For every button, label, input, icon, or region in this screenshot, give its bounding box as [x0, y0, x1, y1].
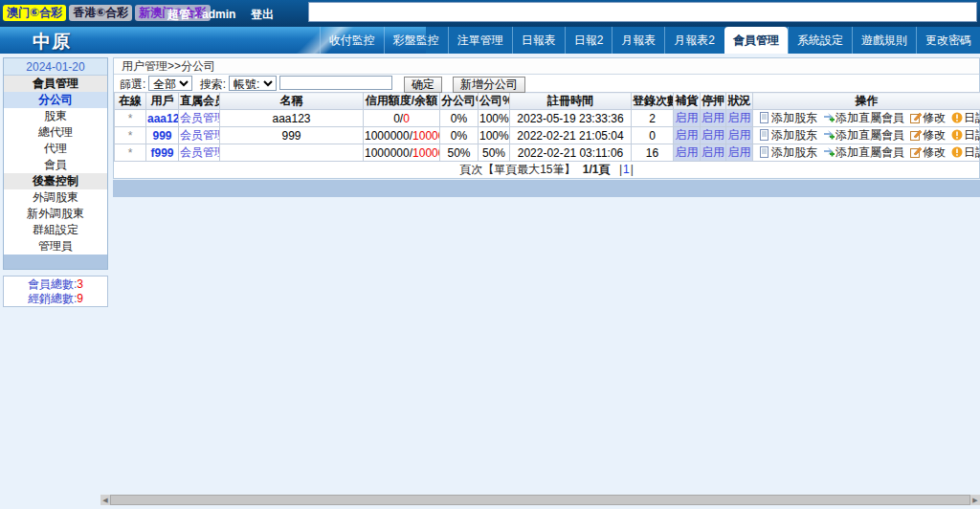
- stop-bet-toggle[interactable]: 启用: [702, 128, 724, 142]
- pagination-page-link[interactable]: 1: [623, 163, 630, 176]
- cell-branch-pct: 0%: [440, 110, 479, 127]
- direct-member-link[interactable]: 会员管理: [180, 128, 220, 142]
- sidebar-item[interactable]: 股東: [4, 108, 107, 124]
- balance-value: 100000: [412, 129, 439, 143]
- nav-tab[interactable]: 彩盤監控: [384, 27, 448, 54]
- restock-toggle[interactable]: 启用: [676, 111, 699, 124]
- search-type-select[interactable]: 帳號:: [229, 76, 277, 91]
- nav-tab[interactable]: 系統設定: [788, 27, 852, 54]
- action-link[interactable]: 修改: [910, 145, 946, 159]
- column-header: 補貨: [674, 93, 701, 110]
- status-toggle[interactable]: 启用: [728, 145, 751, 159]
- scroll-left-arrow-icon[interactable]: ◀: [100, 495, 110, 505]
- restock-toggle[interactable]: 启用: [676, 128, 699, 142]
- nav-bar: 中原 收付監控彩盤監控注單管理日報表日報2月報表月報表2會員管理系統設定遊戲規則…: [0, 27, 980, 54]
- member-total-label: 會員總數:: [28, 277, 77, 291]
- action-link[interactable]: 添加股东: [759, 128, 817, 142]
- steel-bar: [113, 180, 980, 197]
- cell-user: aaa123: [146, 110, 179, 127]
- direct-member-link[interactable]: 会员管理: [180, 111, 220, 124]
- nav-tab[interactable]: 月報表2: [664, 27, 724, 54]
- search-input[interactable]: [279, 76, 392, 90]
- logout-link[interactable]: 登出: [251, 7, 274, 23]
- cell-status: 启用: [726, 144, 753, 162]
- action-link[interactable]: 日誌: [951, 145, 980, 159]
- action-link[interactable]: 添加直屬會員: [823, 111, 904, 124]
- column-header: 在線: [115, 93, 146, 110]
- sidebar-item[interactable]: 新外調股東: [4, 206, 107, 222]
- filter-select[interactable]: 全部: [148, 76, 192, 91]
- sidebar-item[interactable]: 代理: [4, 141, 107, 157]
- nav-tab[interactable]: 月報表: [612, 27, 664, 54]
- nav-tab[interactable]: 更改密碼: [916, 27, 980, 54]
- add-shareholder-icon: [759, 129, 770, 141]
- status-toggle[interactable]: 启用: [728, 111, 751, 124]
- cell-stop-bet: 启用: [701, 127, 726, 144]
- cell-credit-balance: 1000000/100000: [364, 127, 440, 144]
- scroll-right-arrow-icon[interactable]: ▶: [970, 495, 980, 505]
- user-link[interactable]: f999: [150, 146, 173, 160]
- add-branch-button[interactable]: 新增分公司: [453, 77, 525, 93]
- sidebar-item[interactable]: 管理員: [4, 238, 107, 254]
- cell-restock: 启用: [674, 110, 701, 127]
- stop-bet-toggle[interactable]: 启用: [702, 111, 724, 124]
- horizontal-scrollbar[interactable]: ◀ ▶: [100, 495, 980, 505]
- column-header: 停押: [701, 93, 726, 110]
- sidebar-item[interactable]: 會員: [4, 157, 107, 173]
- sidebar-item[interactable]: 分公司: [4, 92, 107, 108]
- nav-tab[interactable]: 日報2: [565, 27, 612, 54]
- nav-tab[interactable]: 收付監控: [320, 27, 384, 54]
- nav-tab[interactable]: 會員管理: [724, 27, 788, 54]
- sidebar-menu: 2024-01-20 會員管理分公司股東總代理代理會員後臺控制外調股東新外調股東…: [3, 57, 108, 270]
- edit-icon: [910, 129, 922, 141]
- sidebar-item[interactable]: 群組設定: [4, 222, 107, 238]
- stop-bet-toggle[interactable]: 启用: [702, 145, 724, 159]
- add-shareholder-icon: [759, 146, 770, 158]
- cell-restock: 启用: [674, 127, 701, 144]
- credit-value: 1000000: [365, 146, 410, 160]
- action-link[interactable]: 添加直屬會員: [823, 145, 904, 159]
- cell-status: 启用: [726, 110, 753, 127]
- cell-user: 999: [146, 127, 179, 144]
- column-header: 直属会员: [179, 93, 220, 110]
- column-header: 用戶: [146, 93, 179, 110]
- restock-toggle[interactable]: 启用: [676, 145, 699, 159]
- action-link[interactable]: 修改: [910, 111, 946, 124]
- add-direct-member-icon: [823, 129, 835, 141]
- status-toggle[interactable]: 启用: [728, 128, 751, 142]
- cell-online: *: [115, 110, 146, 127]
- game-button[interactable]: 香港⑥合彩: [69, 5, 132, 21]
- column-header: 信用額度/余額: [364, 93, 440, 110]
- cell-reg-time: 2023-05-19 23:33:36: [510, 110, 632, 127]
- direct-member-link[interactable]: 会员管理: [180, 145, 220, 159]
- cell-user: f999: [146, 144, 179, 162]
- action-link[interactable]: 修改: [910, 128, 946, 142]
- sidebar-item[interactable]: 外調股東: [4, 189, 107, 206]
- action-link[interactable]: 添加直屬會員: [823, 128, 904, 142]
- brand-logo: 中原: [33, 30, 71, 54]
- nav-tab[interactable]: 日報表: [512, 27, 565, 54]
- action-link[interactable]: 日誌: [951, 111, 980, 124]
- column-header: 登錄次數: [632, 93, 674, 110]
- game-button[interactable]: 澳门⑥合彩: [3, 5, 66, 21]
- nav-tabs: 收付監控彩盤監控注單管理日報表日報2月報表月報表2會員管理系統設定遊戲規則更改密…: [320, 27, 980, 54]
- action-link[interactable]: 添加股东: [759, 145, 817, 159]
- cell-status: 启用: [726, 127, 753, 144]
- sidebar-stats: 會員總數:3 經銷總數:9: [3, 276, 108, 307]
- action-link[interactable]: 添加股东: [759, 111, 817, 124]
- add-direct-member-icon: [823, 112, 835, 123]
- cell-company-pct: 100%: [479, 110, 510, 127]
- user-link[interactable]: aaa123: [147, 112, 179, 125]
- nav-tab[interactable]: 遊戲規則: [852, 27, 916, 54]
- action-link[interactable]: 日誌: [951, 128, 980, 142]
- announcement-marquee: [308, 2, 977, 22]
- cell-credit-balance: 0/0: [364, 110, 440, 127]
- nav-tab[interactable]: 注單管理: [448, 27, 512, 54]
- scrollbar-thumb[interactable]: [110, 495, 970, 505]
- dealer-total-label: 經銷總數:: [28, 292, 77, 305]
- column-header: 公司%: [479, 93, 510, 110]
- user-link[interactable]: 999: [152, 129, 171, 143]
- sidebar-item[interactable]: 總代理: [4, 124, 107, 141]
- cell-restock: 启用: [674, 144, 701, 162]
- confirm-button[interactable]: 确定: [404, 77, 442, 93]
